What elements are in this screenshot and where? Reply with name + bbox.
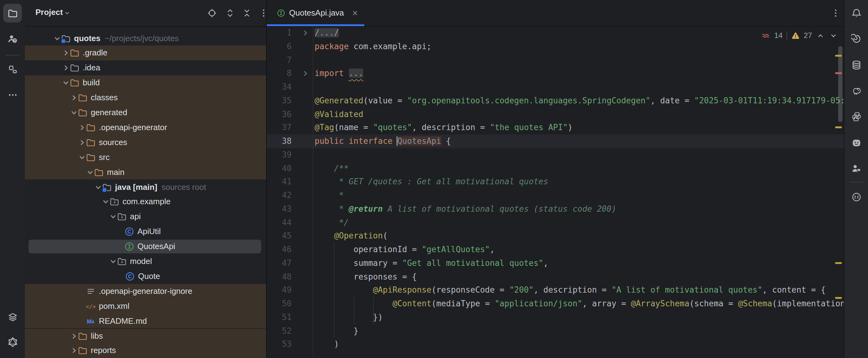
tree-item-sources[interactable]: sources [25, 135, 266, 150]
toolwindow-button-services[interactable] [3, 308, 22, 326]
toolwindow-button-python-packages[interactable] [847, 107, 866, 126]
stripe-warning-mark[interactable] [835, 262, 842, 264]
code-line-6[interactable]: 6package com.example.api; [267, 40, 844, 54]
code-line-40[interactable]: 40 /** [267, 162, 844, 175]
gutter-line-number[interactable]: 51 [267, 311, 291, 324]
expand-all-icon[interactable] [225, 8, 235, 18]
editor-options-kebab-icon[interactable] [831, 8, 841, 18]
chevron-down-icon[interactable] [63, 8, 71, 19]
fold-arrow-icon[interactable] [300, 69, 310, 79]
gutter-line-number[interactable]: 39 [267, 148, 291, 162]
gutter-line-number[interactable]: 44 [267, 216, 291, 229]
tree-item-java-main[interactable]: java [main]sources root [25, 180, 266, 195]
code-line-48[interactable]: 48 responses = { [267, 270, 844, 283]
toolwindow-button-hugging-face[interactable] [847, 133, 866, 152]
tree-item-apiutil[interactable]: CApiUtil [25, 224, 266, 239]
code-line-36[interactable]: 36@Validated [267, 107, 844, 121]
code-line-1[interactable]: 1/.../ [267, 26, 844, 40]
tree-item-generated[interactable]: generated [25, 105, 266, 120]
toolwindow-button-structure[interactable] [3, 60, 22, 78]
code-line-7[interactable]: 7 [267, 53, 844, 67]
code-line-38[interactable]: 38public interface QuotesApi { [267, 135, 844, 148]
gutter-line-number[interactable]: 1 [267, 26, 291, 40]
editor-body[interactable]: 53 )52 }51 })50 @Content(mediaType = "ap… [267, 26, 844, 358]
stripe-typo-mark[interactable] [835, 72, 842, 74]
gutter-line-number[interactable]: 35 [267, 94, 291, 108]
toolwindow-button-database[interactable] [847, 55, 866, 74]
gutter-line-number[interactable]: 34 [267, 80, 291, 94]
tree-item-quote[interactable]: CQuote [25, 269, 266, 284]
toolwindow-button-gradle[interactable] [847, 82, 866, 100]
gutter-line-number[interactable]: 38 [267, 135, 291, 148]
tree-item-gradle[interactable]: .gradle [25, 46, 266, 61]
code-line-37[interactable]: 37@Tag(name = "quotes", description = "t… [267, 121, 844, 135]
tab-quotesapi-java[interactable]: QuotesApi.java [267, 0, 364, 26]
tree-item-openapi-generator[interactable]: .openapi-generator [25, 120, 266, 135]
tree-item-openapi-generator-ignore[interactable]: .openapi-generator-ignore [25, 284, 266, 299]
gutter-line-number[interactable]: 45 [267, 229, 291, 243]
code-line-49[interactable]: 49 @ApiResponse(responseCode = "200", de… [267, 283, 844, 297]
tree-item-quotes[interactable]: quotes~/projects/jvc/quotes [25, 31, 266, 46]
gutter-line-number[interactable]: 48 [267, 270, 291, 283]
toolwindow-button-more-tool-windows[interactable] [3, 85, 22, 104]
gutter-line-number[interactable]: 37 [267, 121, 291, 135]
tree-item-reports[interactable]: reports [25, 343, 266, 358]
tree-item-src[interactable]: src [25, 150, 266, 165]
toolwindow-button-ai-assistant[interactable] [847, 29, 866, 48]
gutter-line-number[interactable]: 53 [267, 338, 291, 352]
gutter-line-number[interactable]: 50 [267, 297, 291, 311]
code-line-39[interactable]: 39 [267, 148, 844, 162]
code-line-47[interactable]: 47 summary = "Get all motivational quote… [267, 256, 844, 270]
fold-arrow-icon[interactable] [300, 28, 310, 38]
tree-item-com-example[interactable]: com.example [25, 195, 266, 210]
tree-item-api[interactable]: api [25, 210, 266, 224]
toolwindow-button-graphql[interactable] [3, 332, 22, 351]
code-line-34[interactable]: 34 [267, 80, 844, 94]
stripe-warning-mark[interactable] [835, 297, 842, 299]
gutter-line-number[interactable]: 40 [267, 162, 291, 175]
gutter-line-number[interactable]: 6 [267, 40, 291, 54]
error-stripe[interactable] [834, 26, 844, 358]
code-line-35[interactable]: 35@Generated(value = "org.openapitools.c… [267, 94, 844, 108]
stripe-warning-mark[interactable] [835, 126, 842, 128]
tree-item-idea[interactable]: .idea [25, 61, 266, 76]
code-line-42[interactable]: 42 * [267, 189, 844, 202]
tree-item-main[interactable]: main [25, 165, 266, 180]
code-line-46[interactable]: 46 operationId = "getAllQuotes", [267, 243, 844, 256]
gutter-line-number[interactable]: 41 [267, 175, 291, 189]
code-line-44[interactable]: 44 */ [267, 216, 844, 229]
collapse-all-icon[interactable] [242, 8, 252, 18]
tree-item-classes[interactable]: classes [25, 90, 266, 105]
code-line-41[interactable]: 41 * GET /quotes : Get all motivational … [267, 175, 844, 189]
toolwindow-button-notifications[interactable] [847, 4, 866, 22]
code-line-45[interactable]: 45 @Operation( [267, 229, 844, 243]
toolwindow-button-user-help[interactable]: ? [3, 29, 22, 48]
tree-item-quotesapi[interactable]: QuotesApi [25, 239, 266, 254]
gutter-line-number[interactable]: 43 [267, 202, 291, 216]
gutter-line-number[interactable]: 42 [267, 189, 291, 202]
code-line-43[interactable]: 43 * @return A list of motivational quot… [267, 202, 844, 216]
gutter-line-number[interactable]: 52 [267, 324, 291, 338]
editor-scrollbar-thumb[interactable] [838, 46, 842, 122]
gutter-line-number[interactable]: 36 [267, 107, 291, 121]
toolwindow-button-window-options[interactable] [847, 187, 866, 206]
tree-item-build[interactable]: build [25, 75, 266, 90]
stripe-warning-mark[interactable] [835, 54, 842, 56]
tree-item-readme-md[interactable]: MREADME.md [25, 313, 266, 328]
project-panel-title[interactable]: Project [35, 7, 63, 17]
toolwindow-button-chat[interactable] [847, 159, 866, 177]
gutter-line-number[interactable]: 46 [267, 243, 291, 256]
gutter-line-number[interactable]: 8 [267, 67, 291, 81]
toolwindow-button-project[interactable] [3, 4, 22, 22]
code-line-52[interactable]: 52 } [267, 324, 844, 338]
gutter-line-number[interactable]: 49 [267, 283, 291, 297]
tree-item-pom-xml[interactable]: </>pom.xml [25, 299, 266, 313]
prev-problem-icon[interactable] [816, 31, 825, 40]
inspections-widget[interactable]: 14 27 [760, 29, 839, 42]
close-icon[interactable] [351, 9, 360, 18]
code-line-53[interactable]: 53 ) [267, 338, 844, 352]
gutter-line-number[interactable]: 47 [267, 256, 291, 270]
select-opened-file-icon[interactable] [207, 8, 217, 18]
tree-item-libs[interactable]: libs [25, 328, 266, 343]
gutter-line-number[interactable]: 7 [267, 53, 291, 67]
